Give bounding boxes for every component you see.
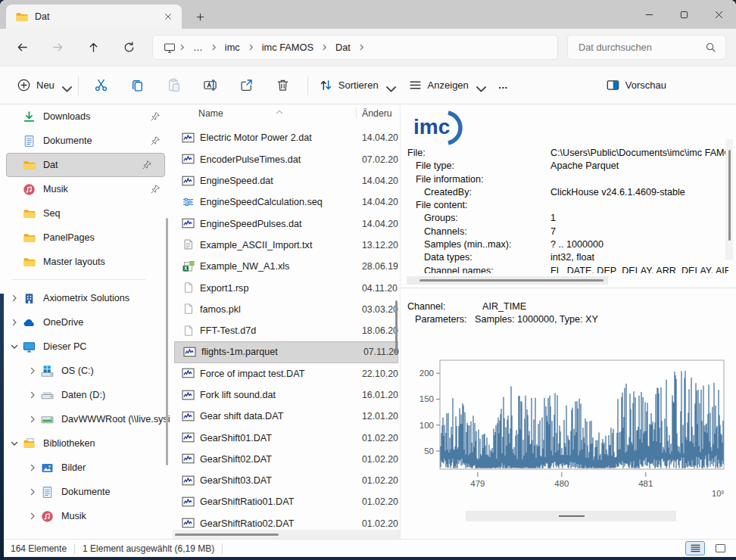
tab-close-icon[interactable] [161, 11, 174, 23]
breadcrumb-separator-icon [210, 43, 218, 51]
minimize-button[interactable] [632, 0, 666, 29]
close-button[interactable] [701, 0, 736, 29]
sidebar-item-dieser-pc[interactable]: Dieser PC [0, 334, 173, 359]
paste-button [159, 72, 189, 99]
breadcrumb-overflow[interactable]: … [189, 39, 207, 56]
share-button[interactable] [232, 72, 262, 99]
sidebar-scrollbar[interactable] [166, 218, 168, 465]
sidebar-item-musik[interactable]: Musik [0, 504, 173, 528]
file-row[interactable]: GearShift03.DAT01.02.20 [173, 470, 400, 491]
sidebar-item-panelpages[interactable]: PanelPages [0, 226, 173, 250]
breadcrumb-item[interactable]: Dat [331, 39, 355, 56]
address-bar[interactable]: …imcimc FAMOSDat [152, 35, 558, 60]
sidebar-item-davwwwroot-live-sysi[interactable]: DavWWWRoot (\\live.sysi [0, 407, 173, 431]
new-tab-button[interactable] [192, 9, 207, 24]
chevron-right-icon[interactable] [24, 463, 41, 472]
refresh-button[interactable] [116, 35, 142, 61]
sidebar-item-dokumente[interactable]: Dokumente [0, 129, 173, 153]
sidebar-item-axiometrix-solutions[interactable]: Axiometrix Solutions [0, 286, 173, 310]
column-header-name[interactable]: Name [198, 108, 223, 119]
file-row[interactable]: Force of impact test.DAT22.10.20 [173, 363, 400, 384]
search-box[interactable] [567, 35, 726, 60]
file-name: Electric Motor Power 2.dat [200, 132, 359, 143]
dat-file-icon [182, 132, 195, 144]
sidebar-item-daten-d-[interactable]: Daten (D:) [0, 383, 173, 407]
up-button[interactable] [80, 35, 106, 61]
sidebar-item-dokumente[interactable]: Dokumente [0, 480, 173, 504]
document-icon [41, 486, 54, 499]
cut-button[interactable] [86, 72, 117, 99]
sidebar-item-dat[interactable]: Dat [6, 153, 165, 177]
preview-toggle-button[interactable]: Vorschau [600, 73, 672, 97]
sidebar-item-musik[interactable]: Musik [0, 177, 173, 201]
channel-parameters: Samples: 1000000, Type: XY [475, 314, 598, 325]
new-button[interactable]: Neu [11, 73, 73, 97]
info-horizontal-scrollbar[interactable] [407, 276, 608, 285]
file-row[interactable]: FFT-Test.d7d18.06.20 [173, 320, 400, 341]
copy-button[interactable] [123, 72, 153, 99]
sidebar-item-master-layouts[interactable]: Master layouts [0, 250, 173, 274]
file-row[interactable]: famos.pkl03.03.20 [173, 299, 400, 320]
delete-button[interactable] [268, 72, 298, 99]
pin-icon [150, 135, 161, 146]
file-row[interactable]: GearShiftRatio02.DAT01.02.20 [173, 513, 400, 530]
file-name: famos.pkl [200, 304, 359, 315]
chevron-spacer [6, 112, 23, 121]
file-row[interactable]: GearShift02.DAT01.02.20 [173, 449, 400, 470]
sidebar-item-seq[interactable]: Seq [0, 201, 173, 226]
sidebar-item-downloads[interactable]: Downloads [0, 104, 173, 129]
column-divider[interactable] [356, 107, 357, 119]
details-view-button[interactable] [685, 541, 705, 555]
chevron-right-icon[interactable] [24, 487, 41, 496]
file-row[interactable]: Electric Motor Power 2.dat14.04.20 [173, 127, 400, 148]
file-row[interactable]: XExample_NW_A1.xls28.06.19 [173, 256, 400, 277]
maximize-button[interactable] [666, 0, 701, 29]
dat-file-icon [182, 432, 195, 443]
sidebar-item-os-c-[interactable]: OS (C:) [0, 359, 173, 383]
file-row[interactable]: GearShiftRatio01.DAT01.02.20 [173, 491, 400, 512]
column-header-date[interactable]: Änderu [362, 108, 392, 119]
toolbar-divider [307, 76, 308, 95]
file-row[interactable]: Export1.rsp04.11.20 [173, 277, 400, 298]
chevron-down-icon[interactable] [6, 342, 23, 351]
sort-button[interactable]: Sortieren [313, 73, 398, 97]
file-row[interactable]: Example_ASCII_Import.txt13.12.20 [173, 235, 400, 256]
sidebar-item-bibliotheken[interactable]: Bibliotheken [0, 431, 173, 456]
file-row[interactable]: Fork lift sound.dat16.01.20 [173, 384, 400, 406]
view-button[interactable]: Anzeigen [402, 73, 488, 97]
rename-button[interactable] [195, 72, 226, 99]
file-row[interactable]: GearShift01.DAT01.02.20 [173, 427, 400, 448]
sidebar-item-onedrive[interactable]: OneDrive [0, 310, 173, 334]
back-button[interactable] [9, 35, 35, 61]
icons-view-button[interactable] [710, 541, 730, 555]
file-row[interactable]: EngineSpeedPulses.dat14.04.20 [173, 213, 400, 234]
file-row[interactable]: Gear shift data.DAT12.01.20 [173, 406, 400, 427]
file-row[interactable]: EncoderPulseTimes.dat07.02.20 [173, 149, 400, 170]
file-list-vertical-scrollbar[interactable] [395, 300, 398, 353]
chevron-down-icon[interactable] [6, 439, 23, 448]
file-row[interactable]: EngineSpeedCalculation.seq14.04.20 [173, 191, 400, 213]
file-list-horizontal-scrollbar[interactable] [173, 530, 400, 539]
file-row[interactable]: EngineSpeed.dat14.04.20 [173, 170, 400, 191]
tab-dat[interactable]: Dat [6, 5, 182, 29]
file-name: FFT-Test.d7d [200, 325, 359, 336]
chevron-right-icon[interactable] [24, 512, 41, 521]
chevron-right-icon[interactable] [6, 294, 23, 303]
this-pc-icon[interactable] [164, 42, 176, 54]
more-button[interactable]: … [492, 75, 514, 95]
search-input[interactable] [577, 41, 705, 54]
chart-horizontal-scrollbar[interactable] [466, 511, 676, 521]
pictures-icon [41, 462, 54, 474]
chevron-right-icon[interactable] [24, 366, 41, 375]
signal-chart: 5010015020047948048110³ [407, 347, 728, 501]
chevron-right-icon[interactable] [6, 318, 23, 327]
sort-ascending-icon [276, 104, 283, 108]
sidebar-item-bilder[interactable]: Bilder [0, 456, 173, 480]
chevron-right-icon[interactable] [24, 390, 41, 400]
breadcrumb-item[interactable]: imc FAMOS [257, 39, 318, 56]
breadcrumb-item[interactable]: imc [220, 39, 245, 56]
chevron-right-icon[interactable] [24, 415, 41, 424]
file-row[interactable]: flights-1m.parquet07.11.20 [174, 341, 398, 362]
info-vertical-scrollbar[interactable] [725, 139, 733, 260]
svg-text:200: 200 [419, 369, 434, 378]
